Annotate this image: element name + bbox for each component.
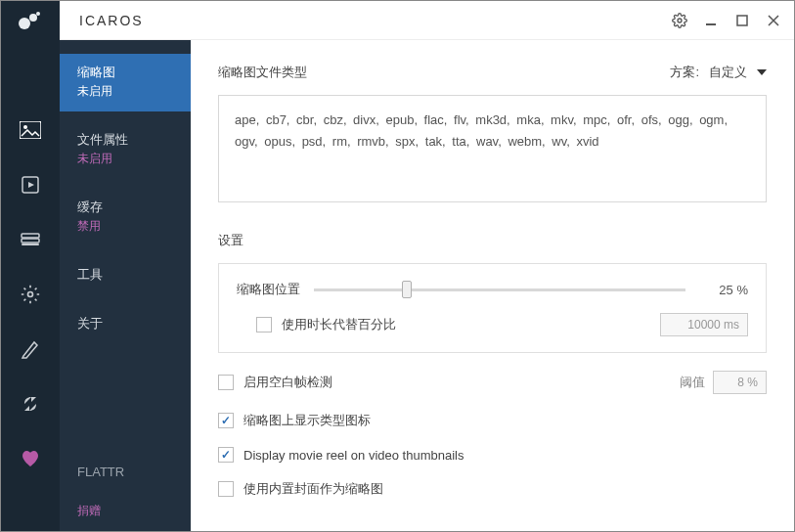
sidebar-item-tools[interactable]: 工具	[60, 256, 191, 295]
thumb-pos-slider[interactable]	[314, 280, 685, 299]
rail-properties-icon[interactable]	[17, 171, 44, 199]
scheme-dropdown[interactable]: 自定义	[709, 64, 767, 81]
sidebar-item-label: 捐赠	[77, 503, 173, 519]
sidebar-item-flattr[interactable]: FLATTR	[60, 455, 191, 491]
sidebar-item-about[interactable]: 关于	[60, 305, 191, 344]
titlebar: ICAROS	[1, 1, 794, 40]
type-icon-checkbox[interactable]	[218, 413, 234, 428]
svg-point-2	[36, 12, 40, 16]
cover-art-label: 使用内置封面作为缩略图	[243, 480, 383, 498]
rail-donate-icon[interactable]	[17, 445, 44, 472]
type-icon-label: 缩略图上显示类型图标	[243, 412, 371, 429]
content-area: 缩略图文件类型 方案: 自定义 ape, cb7, cbr, cbz, divx…	[191, 40, 794, 531]
settings-icon[interactable]	[671, 12, 688, 29]
rail-tools-icon[interactable]	[17, 281, 44, 308]
scheme-value: 自定义	[709, 64, 747, 81]
chevron-down-icon	[757, 69, 767, 75]
blank-frame-checkbox[interactable]	[218, 375, 234, 390]
sidebar: 缩略图 未启用 文件属性 未启用 缓存 禁用 工具 关于 FL	[60, 40, 191, 531]
movie-reel-checkbox[interactable]	[218, 447, 234, 463]
cover-art-checkbox[interactable]	[218, 481, 234, 497]
rail-thumbnails-icon[interactable]	[17, 116, 44, 144]
sidebar-item-label: 文件属性	[77, 131, 173, 149]
blank-frame-label: 启用空白帧检测	[243, 374, 332, 391]
sidebar-item-label: 缩略图	[77, 64, 173, 81]
svg-point-0	[19, 18, 30, 29]
sidebar-item-status: 禁用	[77, 218, 173, 235]
threshold-input[interactable]: 8 %	[713, 371, 767, 394]
sidebar-item-donate[interactable]: 捐赠	[60, 491, 191, 531]
svg-point-12	[28, 292, 33, 297]
icon-rail	[1, 40, 60, 531]
svg-rect-11	[22, 244, 39, 245]
settings-heading: 设置	[218, 232, 767, 249]
sidebar-item-status: 未启用	[77, 83, 173, 100]
use-duration-input[interactable]: 10000 ms	[660, 313, 748, 336]
svg-rect-10	[22, 239, 39, 243]
sidebar-item-label: 缓存	[77, 199, 173, 216]
svg-point-3	[678, 19, 682, 22]
maximize-button[interactable]	[733, 12, 751, 29]
threshold-label: 阈值	[680, 374, 705, 391]
thumb-pos-label: 缩略图位置	[237, 281, 300, 298]
thumb-position-panel: 缩略图位置 25 % 使用时长代替百分比 10000 ms	[218, 263, 767, 353]
movie-reel-label: Display movie reel on video thumbnails	[243, 448, 464, 463]
sidebar-item-properties[interactable]: 文件属性 未启用	[60, 121, 191, 179]
sidebar-item-label: FLATTR	[77, 465, 173, 479]
sidebar-item-label: 关于	[77, 315, 173, 332]
thumb-pos-value: 25 %	[699, 283, 748, 297]
close-button[interactable]	[765, 12, 782, 29]
svg-rect-9	[22, 234, 39, 238]
file-types-textbox[interactable]: ape, cb7, cbr, cbz, divx, epub, flac, fl…	[218, 95, 767, 202]
rail-about-icon[interactable]	[17, 335, 44, 363]
sidebar-item-cache[interactable]: 缓存 禁用	[60, 189, 191, 246]
rail-cache-icon[interactable]	[17, 226, 44, 253]
sidebar-item-status: 未启用	[77, 151, 173, 167]
use-duration-checkbox[interactable]	[256, 317, 272, 332]
svg-point-1	[29, 14, 37, 22]
svg-rect-5	[737, 16, 747, 25]
app-logo	[1, 1, 60, 40]
minimize-button[interactable]	[702, 12, 720, 29]
rail-flattr-icon[interactable]	[17, 390, 44, 418]
svg-rect-6	[20, 121, 41, 139]
sidebar-item-label: 工具	[77, 266, 173, 284]
use-duration-label: 使用时长代替百分比	[282, 316, 396, 333]
sidebar-item-thumbnails[interactable]: 缩略图 未启用	[60, 54, 191, 111]
scheme-label: 方案:	[670, 64, 699, 81]
file-types-heading: 缩略图文件类型	[218, 64, 307, 81]
svg-rect-4	[706, 23, 716, 25]
app-title: ICAROS	[79, 13, 671, 28]
svg-point-7	[23, 125, 27, 129]
